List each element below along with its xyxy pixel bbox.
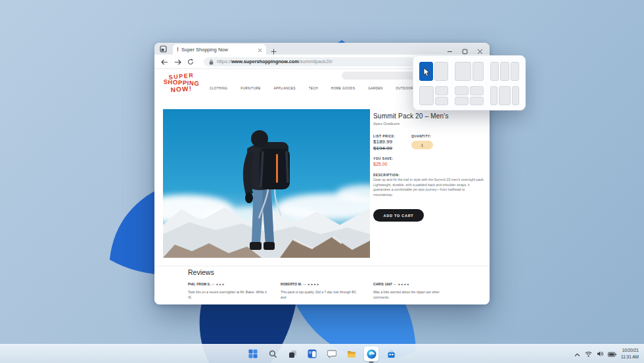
product-brand: Apex Outdoors <box>373 122 400 126</box>
nav-item-appliances[interactable]: APPLIANCES <box>274 87 296 90</box>
shop-favicon-icon: ! <box>177 47 179 53</box>
nav-item-home-goods[interactable]: HOME GOODS <box>331 87 356 90</box>
quantity-stepper[interactable]: 1 <box>411 141 433 149</box>
review-author: PHIL FROM IL <box>188 283 210 286</box>
list-price-label: LIST PRICE: <box>373 135 395 138</box>
reviews-divider <box>154 266 490 266</box>
chat-icon <box>327 350 336 358</box>
store-icon <box>387 350 396 358</box>
description-label: DESCRIPTION: <box>373 174 400 177</box>
edge-icon <box>367 349 377 359</box>
forward-icon[interactable] <box>174 56 181 68</box>
url-text: https://www.supershoppingnow.com/summitp… <box>217 59 333 64</box>
review-text: Was a little worried about the zipper pe… <box>373 290 453 300</box>
edge-browser-button[interactable] <box>364 347 379 361</box>
snap-layout-three-columns[interactable] <box>490 62 519 81</box>
product-image[interactable] <box>163 109 370 258</box>
battery-icon[interactable] <box>608 348 616 360</box>
windows-logo-icon <box>248 349 258 358</box>
desktop: ! Super Shopping Now https://www.sup <box>0 0 644 363</box>
browser-tab[interactable]: ! Super Shopping Now <box>173 44 266 55</box>
snap-zone[interactable] <box>472 62 484 81</box>
review-stars: — ★★★★ <box>303 283 319 286</box>
tab-title: Super Shopping Now <box>181 47 258 53</box>
review-stars: — ★★★ <box>212 283 225 286</box>
nav-item-clothing[interactable]: CLOTHING <box>210 87 227 90</box>
tab-actions-icon[interactable] <box>159 45 167 53</box>
task-view-button[interactable] <box>285 347 300 361</box>
file-explorer-button[interactable] <box>344 347 359 361</box>
snap-zone[interactable] <box>435 86 448 95</box>
review-text: This pack is top-quality. Did a 7-day tr… <box>281 290 360 300</box>
search-button[interactable] <box>265 347 280 361</box>
product-details: Summit Pack 20 – Men's Apex Outdoors LIS… <box>373 112 489 270</box>
task-view-icon <box>288 350 297 358</box>
snap-layout-quad-grid[interactable] <box>455 86 484 105</box>
mouse-cursor-icon <box>423 68 430 77</box>
browser-titlebar: ! Super Shopping Now <box>154 43 490 55</box>
chat-button[interactable] <box>325 347 339 361</box>
volume-icon[interactable] <box>597 348 603 360</box>
snap-zone[interactable] <box>499 86 511 105</box>
file-explorer-icon <box>347 350 356 358</box>
price-current: $189.99 <box>373 139 392 145</box>
nav-item-tech[interactable]: TECH <box>309 87 318 90</box>
snap-zone[interactable] <box>419 86 434 105</box>
review-author: CHRIS 1997 <box>373 283 392 286</box>
snap-zone[interactable] <box>470 97 484 106</box>
reviews-section: Reviews PHIL FROM IL — ★★★ Took this on … <box>188 268 471 300</box>
price-original: $194.99 <box>373 145 392 151</box>
taskbar: 10/20/21 11:31 AM <box>0 344 644 363</box>
reviews-heading: Reviews <box>188 268 471 276</box>
add-to-cart-button[interactable]: ADD TO CART <box>373 209 424 222</box>
widgets-button[interactable] <box>305 347 319 361</box>
review-item: CHRIS 1997 — ★★★★ Was a little worried a… <box>373 283 453 300</box>
https-lock-icon <box>209 56 214 68</box>
snap-zone[interactable] <box>512 86 519 105</box>
clock-date: 10/20/21 <box>621 347 639 354</box>
address-bar[interactable]: https://www.supershoppingnow.com/summitp… <box>204 57 415 66</box>
shop-logo[interactable]: SUPER SHOPPING NOW! <box>160 74 203 93</box>
snap-selected-zone[interactable] <box>419 62 433 81</box>
shop-nav: CLOTHING FURNITURE APPLIANCES TECH HOME … <box>210 87 413 90</box>
review-author: ROBERTO M. <box>281 283 302 286</box>
snap-layout-left-plus-stack[interactable] <box>419 86 448 105</box>
system-tray: 10/20/21 11:31 AM <box>574 345 639 363</box>
snap-zone[interactable] <box>511 62 519 81</box>
tab-close-icon[interactable] <box>258 43 262 55</box>
you-save-label: YOU SAVE: <box>373 157 394 160</box>
snap-zone[interactable] <box>455 86 469 95</box>
snap-layouts-popup <box>413 55 526 110</box>
nav-item-outdoor[interactable]: OUTDOOR <box>396 87 413 90</box>
snap-layout-three-columns-wide-center[interactable] <box>490 86 519 105</box>
snap-zone[interactable] <box>455 97 469 106</box>
snap-layout-split-wide-left[interactable] <box>455 62 484 81</box>
snap-zone[interactable] <box>434 62 448 81</box>
nav-item-garden[interactable]: GARDEN <box>368 87 382 90</box>
store-button[interactable] <box>384 347 398 361</box>
snap-zone[interactable] <box>500 62 509 81</box>
start-button[interactable] <box>246 347 260 361</box>
widgets-icon <box>308 349 317 358</box>
snap-zone[interactable] <box>490 62 499 81</box>
clock-time: 11:31 AM <box>621 354 639 360</box>
new-tab-button[interactable] <box>271 45 277 57</box>
snap-zone[interactable] <box>455 62 471 81</box>
taskbar-clock[interactable]: 10/20/21 11:31 AM <box>621 347 639 360</box>
review-stars: — ★★★★ <box>393 283 409 286</box>
product-description: Gear up and hit the trail in style with … <box>373 178 485 197</box>
back-icon[interactable] <box>161 56 168 68</box>
nav-item-furniture[interactable]: FURNITURE <box>241 87 261 90</box>
search-icon <box>269 350 277 358</box>
snap-zone[interactable] <box>490 86 497 105</box>
snap-zone[interactable] <box>470 86 484 95</box>
quantity-label: QUANTITY: <box>411 135 431 138</box>
snap-zone[interactable] <box>435 97 448 106</box>
snap-layout-split-50-50[interactable] <box>419 62 448 81</box>
refresh-icon[interactable] <box>187 56 194 68</box>
hidden-icons-chevron-icon[interactable] <box>574 348 580 360</box>
product-title: Summit Pack 20 – Men's <box>373 112 449 120</box>
you-save-value: $25.00 <box>373 162 387 166</box>
wifi-icon[interactable] <box>585 348 592 360</box>
review-item: PHIL FROM IL — ★★★ Took this on a recent… <box>188 283 267 300</box>
